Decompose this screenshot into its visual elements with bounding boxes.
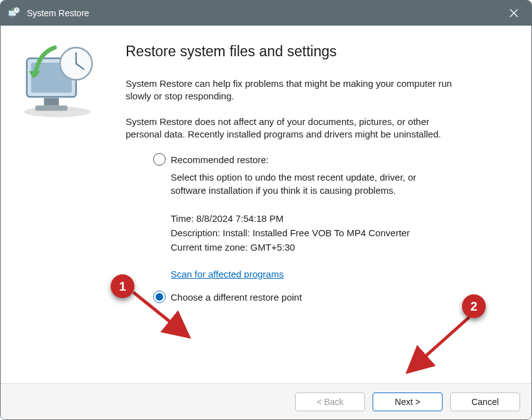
radio-choose-label: Choose a different restore point	[171, 292, 302, 302]
radio-choose-different-point[interactable]: Choose a different restore point	[153, 291, 453, 303]
system-restore-icon	[7, 6, 21, 20]
svg-rect-8	[36, 106, 68, 111]
wizard-sidebar	[1, 26, 126, 383]
svg-rect-7	[44, 98, 59, 106]
restore-options: Recommended restore: Select this option …	[153, 153, 453, 303]
wizard-footer: < Back Next > Cancel	[1, 383, 531, 419]
titlebar: System Restore	[1, 1, 531, 26]
restore-time: Time: 8/8/2024 7:54:18 PM	[171, 213, 453, 224]
restore-description: Description: Install: Installed Free VOB…	[171, 228, 453, 238]
restore-timezone: Current time zone: GMT+5:30	[171, 242, 453, 252]
restore-graphic-icon	[13, 44, 107, 119]
next-button[interactable]: Next >	[373, 392, 443, 411]
radio-recommended-restore[interactable]: Recommended restore:	[153, 153, 453, 166]
intro-paragraph-2: System Restore does not affect any of yo…	[126, 116, 463, 141]
recommended-description: Select this option to undo the most rece…	[171, 171, 453, 197]
intro-paragraph-1: System Restore can help fix problems tha…	[126, 78, 463, 103]
radio-recommended-label: Recommended restore:	[171, 154, 269, 165]
annotation-marker-1: 1	[111, 274, 134, 298]
wizard-body: Restore system files and settings System…	[1, 26, 531, 383]
annotation-marker-2: 2	[462, 294, 486, 318]
close-button[interactable]	[500, 3, 528, 23]
window-title: System Restore	[27, 8, 89, 18]
back-button[interactable]: < Back	[295, 392, 365, 411]
close-icon	[509, 9, 518, 18]
page-heading: Restore system files and settings	[126, 43, 498, 60]
system-restore-window: System Restore Restore system files and …	[0, 0, 532, 420]
cancel-button[interactable]: Cancel	[450, 392, 520, 411]
radio-icon	[153, 291, 166, 303]
scan-affected-programs-link[interactable]: Scan for affected programs	[171, 269, 284, 279]
radio-icon	[153, 153, 166, 166]
svg-rect-1	[11, 17, 14, 18]
wizard-content: Restore system files and settings System…	[126, 26, 531, 383]
